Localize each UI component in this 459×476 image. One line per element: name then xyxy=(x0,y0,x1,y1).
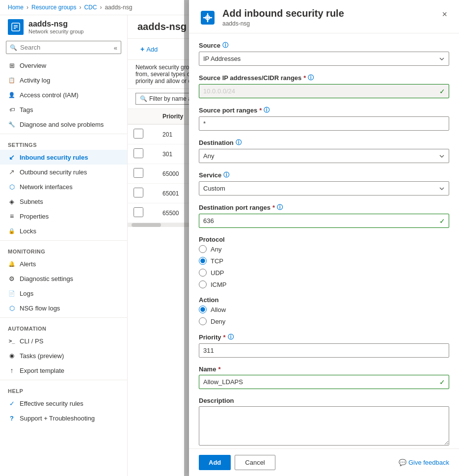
filter-icon: 🔍 xyxy=(140,95,147,102)
sidebar-item-diagnose[interactable]: Diagnose and solve problems xyxy=(0,117,127,132)
service-label: Service ⓘ xyxy=(199,171,449,179)
sidebar-item-properties[interactable]: Properties xyxy=(0,209,127,224)
search-icon: 🔍 xyxy=(10,44,17,51)
service-select[interactable]: Custom xyxy=(199,181,449,196)
source-ip-label: Source IP addresses/CIDR ranges * ⓘ xyxy=(199,74,449,82)
service-group: Service ⓘ Custom xyxy=(199,171,449,196)
panel-subtitle: aadds-nsg xyxy=(222,20,344,27)
scroll-thumb[interactable] xyxy=(132,223,161,227)
source-port-input[interactable] xyxy=(199,116,449,131)
dest-port-info-icon[interactable]: ⓘ xyxy=(277,203,283,212)
dest-port-check-icon: ✓ xyxy=(439,217,445,225)
priority-input[interactable] xyxy=(199,343,449,358)
feedback-link[interactable]: 💬 Give feedback xyxy=(399,459,449,466)
sidebar-item-tags[interactable]: Tags xyxy=(0,102,127,117)
name-input[interactable] xyxy=(199,375,449,389)
dest-port-group: Destination port ranges * ⓘ ✓ xyxy=(199,203,449,228)
source-info-icon[interactable]: ⓘ xyxy=(222,41,228,50)
destination-info-icon[interactable]: ⓘ xyxy=(236,139,242,147)
protocol-udp[interactable]: UDP xyxy=(199,269,449,277)
protocol-tcp[interactable]: TCP xyxy=(199,257,449,265)
destination-select[interactable]: Any xyxy=(199,149,449,163)
action-allow[interactable]: Allow xyxy=(199,306,449,313)
breadcrumb-home[interactable]: Home xyxy=(8,4,24,11)
locks-icon xyxy=(8,227,16,235)
row-checkbox[interactable] xyxy=(134,148,143,158)
sidebar-item-subnets[interactable]: Subnets xyxy=(0,194,127,209)
sidebar-item-nsg-flow[interactable]: NSG flow logs xyxy=(0,301,127,315)
breadcrumb-cdc[interactable]: CDC xyxy=(84,4,97,11)
row-checkbox[interactable] xyxy=(134,168,143,178)
protocol-icmp[interactable]: ICMP xyxy=(199,280,449,288)
add-button[interactable]: Add xyxy=(135,43,162,56)
sidebar-item-inbound[interactable]: Inbound security rules xyxy=(0,150,127,165)
protocol-any-label: Any xyxy=(211,246,221,253)
row-checkbox[interactable] xyxy=(134,207,143,217)
logs-icon xyxy=(8,289,16,297)
source-port-info-icon[interactable]: ⓘ xyxy=(264,106,270,114)
diagnose-icon xyxy=(8,120,16,128)
activity-icon xyxy=(8,76,16,84)
sidebar-item-tasks[interactable]: Tasks (preview) xyxy=(0,348,127,363)
sidebar-item-alerts[interactable]: Alerts xyxy=(0,256,127,271)
sidebar-resource-name: aadds-nsg xyxy=(28,20,84,28)
protocol-label: Protocol xyxy=(199,236,449,243)
destination-group: Destination ⓘ Any xyxy=(199,139,449,163)
panel-close-button[interactable]: × xyxy=(440,8,449,21)
row-checkbox[interactable] xyxy=(134,188,143,197)
sidebar-item-effective[interactable]: Effective security rules xyxy=(0,396,127,411)
dest-port-label: Destination port ranges * ⓘ xyxy=(199,203,449,212)
effective-icon xyxy=(8,399,16,407)
source-ip-info-icon[interactable]: ⓘ xyxy=(308,74,314,82)
source-select[interactable]: IP Addresses xyxy=(199,52,449,66)
priority-info-icon[interactable]: ⓘ xyxy=(228,333,234,341)
panel-add-button[interactable]: Add xyxy=(199,455,231,470)
source-ip-check-icon: ✓ xyxy=(439,87,445,95)
divider-2 xyxy=(0,240,127,241)
priority-group: Priority * ⓘ xyxy=(199,333,449,358)
sidebar-item-support[interactable]: Support + Troubleshooting xyxy=(0,411,127,425)
support-icon xyxy=(8,414,16,422)
search-input[interactable] xyxy=(6,41,121,54)
service-info-icon[interactable]: ⓘ xyxy=(223,171,229,179)
iam-icon xyxy=(8,91,16,99)
source-port-group: Source port ranges * ⓘ xyxy=(199,106,449,131)
row-checkbox[interactable] xyxy=(134,129,143,139)
protocol-radio-group: Any TCP UDP ICMP xyxy=(199,245,449,288)
dest-port-wrapper: ✓ xyxy=(199,214,449,228)
action-deny-label: Deny xyxy=(211,318,225,325)
description-textarea[interactable] xyxy=(199,406,449,446)
sidebar-item-outbound[interactable]: Outbound security rules xyxy=(0,165,127,179)
network-icon xyxy=(8,183,16,191)
sidebar-item-export[interactable]: Export template xyxy=(0,363,127,378)
tags-icon xyxy=(8,106,16,113)
feedback-icon: 💬 xyxy=(399,459,406,466)
action-radio-group: Allow Deny xyxy=(199,306,449,325)
help-section-label: Help xyxy=(0,382,127,396)
sidebar-item-logs[interactable]: Logs xyxy=(0,286,127,301)
sidebar-item-network-interfaces[interactable]: Network interfaces xyxy=(0,179,127,194)
protocol-any[interactable]: Any xyxy=(199,245,449,253)
source-ip-wrapper: ✓ xyxy=(199,84,449,98)
action-deny[interactable]: Deny xyxy=(199,317,449,325)
sidebar-item-iam[interactable]: Access control (IAM) xyxy=(0,87,127,102)
source-label: Source ⓘ xyxy=(199,41,449,50)
sidebar-item-overview[interactable]: Overview xyxy=(0,58,127,73)
collapse-icon[interactable]: « xyxy=(114,44,117,51)
breadcrumb-rg[interactable]: Resource groups xyxy=(31,4,76,11)
sidebar-item-diagnostic-settings[interactable]: Diagnostic settings xyxy=(0,271,127,286)
monitoring-section-label: Monitoring xyxy=(0,243,127,256)
priority-label: Priority * ⓘ xyxy=(199,333,449,341)
sidebar-item-activity-log[interactable]: Activity log xyxy=(0,73,127,87)
source-ip-input[interactable] xyxy=(199,84,449,98)
sidebar-resource-type: Network security group xyxy=(28,28,84,34)
automation-section-label: Automation xyxy=(0,320,127,334)
divider-3 xyxy=(0,317,127,318)
action-allow-label: Allow xyxy=(211,306,226,313)
description-label: Description xyxy=(199,397,449,404)
sidebar-item-locks[interactable]: Locks xyxy=(0,224,127,238)
panel-cancel-button[interactable]: Cancel xyxy=(235,455,275,470)
inbound-icon xyxy=(8,153,16,161)
sidebar-item-cli[interactable]: CLI / PS xyxy=(0,334,127,348)
dest-port-input[interactable] xyxy=(199,214,449,228)
